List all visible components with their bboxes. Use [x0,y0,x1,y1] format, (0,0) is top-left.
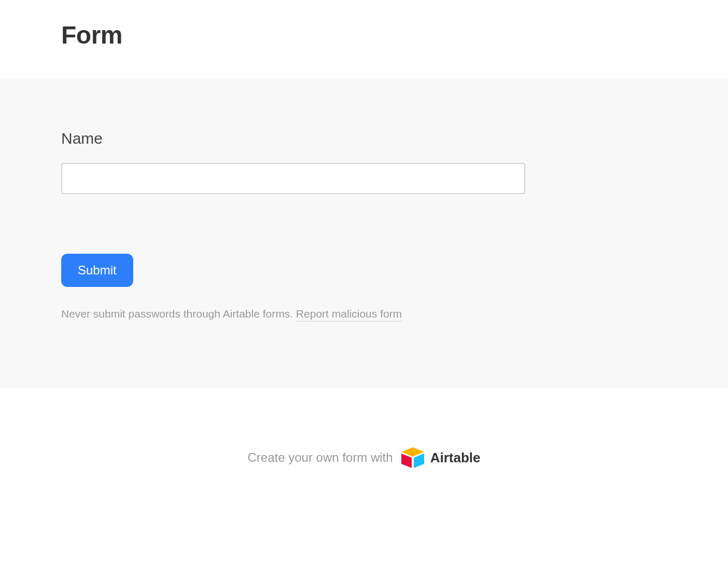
footer: Create your own form with Airtable [0,388,728,510]
airtable-logo-icon [400,447,425,468]
report-malicious-link[interactable]: Report malicious form [296,308,402,322]
disclaimer-text: Never submit passwords through Airtable … [61,308,296,320]
name-field-label: Name [61,130,667,147]
form-body: Name Submit Never submit passwords throu… [0,78,728,388]
airtable-logo-link[interactable]: Airtable [400,447,481,468]
form-header: Form [0,0,728,78]
name-input[interactable] [61,163,525,194]
airtable-brand-text: Airtable [430,450,481,466]
disclaimer-row: Never submit passwords through Airtable … [61,308,667,320]
form-title: Form [61,21,667,49]
submit-button[interactable]: Submit [61,254,133,287]
footer-cta-text: Create your own form with [248,450,393,465]
field-group-name: Name [61,130,667,194]
